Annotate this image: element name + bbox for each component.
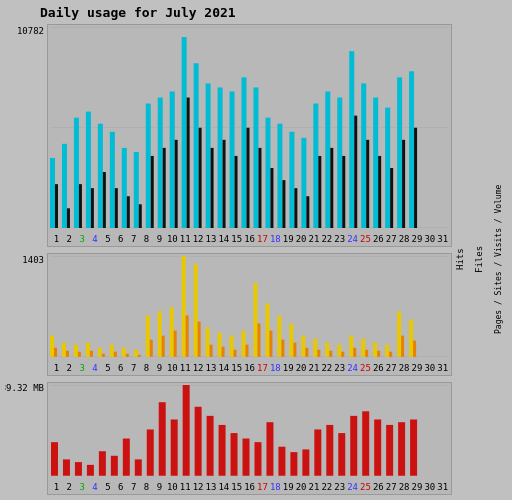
svg-rect-22 [182, 37, 187, 228]
x-label-day-19: 19 [282, 363, 295, 373]
x-label-day-26: 26 [372, 234, 385, 244]
x-label-day-17: 17 [256, 363, 269, 373]
x-label-day-27: 27 [385, 363, 398, 373]
svg-rect-87 [198, 322, 201, 357]
svg-rect-103 [293, 343, 296, 357]
x-label-day-23: 23 [333, 482, 346, 492]
svg-rect-64 [62, 343, 66, 357]
svg-rect-131 [135, 460, 142, 476]
chart-title: Daily usage for July 2021 [5, 5, 507, 20]
svg-rect-121 [401, 336, 404, 357]
svg-rect-48 [337, 98, 342, 229]
right-label-hits: Hits [452, 249, 468, 271]
x-label-day-26: 26 [372, 482, 385, 492]
svg-rect-148 [338, 433, 345, 476]
x-label-day-22: 22 [320, 482, 333, 492]
x-label-day-6: 6 [114, 482, 127, 492]
svg-rect-104 [301, 336, 305, 357]
svg-rect-0 [50, 158, 55, 229]
y-label-bot: 39.32 MB [5, 383, 44, 393]
svg-rect-151 [374, 420, 381, 476]
svg-rect-94 [242, 331, 246, 357]
svg-rect-89 [210, 345, 213, 357]
x-label-day-15: 15 [230, 482, 243, 492]
x-label-day-11: 11 [179, 482, 192, 492]
svg-rect-93 [234, 350, 237, 357]
svg-rect-6 [86, 112, 91, 229]
svg-rect-137 [207, 416, 214, 476]
volume-chart: 1234567891011121314151617181920212223242… [47, 382, 452, 495]
svg-rect-115 [365, 350, 368, 357]
x-label-day-24: 24 [346, 482, 359, 492]
x-label-day-5: 5 [102, 363, 115, 373]
svg-rect-124 [51, 442, 58, 476]
x-label-day-27: 27 [385, 482, 398, 492]
svg-rect-47 [330, 148, 333, 229]
y-label-mid: 1403 [22, 255, 44, 265]
svg-rect-142 [266, 422, 273, 476]
svg-rect-4 [74, 118, 79, 229]
svg-rect-24 [194, 63, 199, 228]
svg-rect-67 [78, 352, 81, 357]
svg-rect-31 [235, 156, 238, 229]
x-label-day-15: 15 [230, 363, 243, 373]
svg-rect-9 [103, 172, 106, 228]
x-label-day-3: 3 [76, 363, 89, 373]
x-label-day-3: 3 [76, 234, 89, 244]
svg-rect-60 [409, 71, 414, 228]
svg-rect-110 [337, 345, 341, 357]
svg-rect-10 [110, 132, 115, 229]
svg-rect-8 [98, 124, 103, 229]
svg-rect-65 [66, 351, 69, 357]
svg-rect-38 [277, 124, 282, 229]
x-label-day-20: 20 [295, 234, 308, 244]
x-label-day-10: 10 [166, 234, 179, 244]
x-label-day-18: 18 [269, 363, 282, 373]
x-label-day-25: 25 [359, 363, 372, 373]
x-label-day-31: 31 [436, 234, 449, 244]
svg-rect-14 [134, 152, 139, 229]
x-label-day-28: 28 [398, 234, 411, 244]
x-label-day-9: 9 [153, 363, 166, 373]
svg-rect-52 [361, 83, 366, 228]
x-label-day-8: 8 [140, 482, 153, 492]
svg-rect-145 [302, 450, 309, 476]
svg-rect-49 [342, 156, 345, 229]
svg-rect-113 [353, 348, 356, 357]
svg-rect-79 [150, 340, 153, 357]
charts-area: 1234567891011121314151617181920212223242… [47, 24, 452, 495]
svg-rect-91 [222, 347, 225, 357]
x-label-day-30: 30 [423, 482, 436, 492]
x-label-day-12: 12 [192, 482, 205, 492]
svg-rect-85 [186, 316, 189, 357]
svg-rect-105 [305, 348, 308, 357]
x-label-day-25: 25 [359, 482, 372, 492]
svg-rect-70 [98, 348, 102, 357]
x-label-day-12: 12 [192, 363, 205, 373]
right-label-volume: Pages / Sites / Visits / Volume [491, 185, 507, 334]
svg-rect-144 [290, 452, 297, 476]
x-label-day-24: 24 [346, 234, 359, 244]
svg-rect-147 [326, 425, 333, 476]
svg-rect-18 [158, 98, 163, 229]
svg-rect-74 [122, 348, 126, 357]
svg-rect-98 [265, 304, 269, 357]
x-label-day-4: 4 [89, 482, 102, 492]
svg-rect-42 [301, 138, 306, 229]
svg-rect-40 [289, 132, 294, 229]
svg-rect-153 [398, 422, 405, 476]
svg-rect-114 [361, 339, 365, 357]
svg-rect-61 [414, 128, 417, 229]
svg-rect-51 [354, 116, 357, 229]
x-label-day-2: 2 [63, 363, 76, 373]
svg-rect-54 [373, 98, 378, 229]
x-label-day-23: 23 [333, 363, 346, 373]
svg-rect-25 [199, 128, 202, 229]
y-label-top: 10782 [17, 26, 44, 36]
x-label-day-5: 5 [102, 482, 115, 492]
x-label-day-11: 11 [179, 234, 192, 244]
svg-rect-19 [163, 148, 166, 229]
svg-rect-80 [158, 312, 162, 357]
x-label-day-30: 30 [423, 234, 436, 244]
svg-rect-15 [139, 204, 142, 228]
